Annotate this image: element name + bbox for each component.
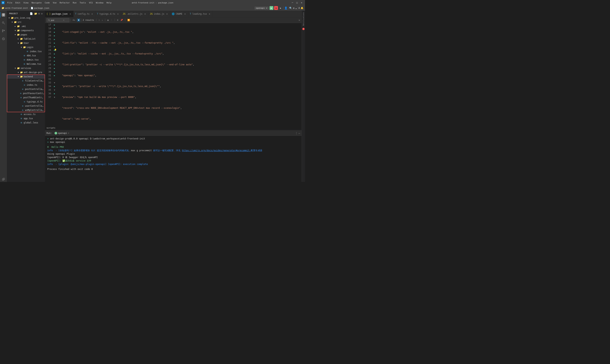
run-line-arrow[interactable]: ▶	[54, 71, 55, 73]
project-breadcrumb[interactable]: 📁 antd-frontend-init › 📄 package.json	[1, 7, 49, 9]
menu-code[interactable]: Code	[43, 1, 51, 4]
tree-item-welcome[interactable]: ⊞ Welcome.tsx	[7, 62, 45, 66]
run-line-arrow[interactable]: ▶	[54, 64, 55, 66]
code-editor[interactable]: "lint-staged:js": "eslint --ext .js,.jsx…	[56, 23, 302, 126]
menu-tools[interactable]: Tools	[79, 1, 87, 4]
tab-close-button[interactable]: ✕	[144, 12, 147, 15]
tree-item-admin[interactable]: ⊞ Admin.tsx	[7, 58, 45, 62]
tab-cname[interactable]: 🌐 CNAME ✕	[170, 11, 188, 17]
debug-button[interactable]: 🐞	[274, 6, 278, 10]
tree-item-postfavour[interactable]: ≡ postFavourController.ts	[7, 91, 45, 95]
show-in-editor-button[interactable]: ≣	[116, 18, 119, 22]
settings-icon-btn[interactable]: ⚙	[293, 7, 295, 10]
tree-item-404[interactable]: ⊞ 404.tsx	[7, 53, 45, 58]
tab-close-button[interactable]: ✕	[91, 12, 94, 15]
tab-config-ts[interactable]: T config.ts ✕	[74, 11, 95, 17]
fold-arrow[interactable]: ▼	[54, 96, 55, 98]
menu-help[interactable]: Help	[105, 1, 113, 4]
tab-close-button[interactable]: ✕	[208, 12, 211, 15]
editor-scroll[interactable]: 17 18 19 20 21 22 23 24 25 26 27 28 29 3…	[45, 23, 302, 126]
menu-view[interactable]: View	[22, 1, 30, 4]
tree-item-wxmp[interactable]: ≡ wxMpController.ts	[7, 108, 45, 112]
tab-index-js[interactable]: JS index.js ✕	[148, 11, 170, 17]
notifications-icon-btn[interactable]: 🔔	[301, 7, 303, 9]
filter-button[interactable]: ▣	[107, 18, 109, 22]
tree-item-components[interactable]: ▼ 📁 components	[7, 28, 45, 33]
run-line-arrow[interactable]: ▶	[54, 35, 55, 37]
activity-git[interactable]	[0, 27, 7, 34]
run-tab-openapi[interactable]: openapi ✕	[53, 131, 70, 135]
translate-icon-btn[interactable]: A	[298, 7, 300, 9]
run-line-arrow[interactable]: ▶	[54, 53, 55, 55]
match-case-button[interactable]: Aa	[72, 18, 76, 22]
activity-extensions[interactable]	[0, 176, 7, 182]
close-button[interactable]: ✕	[300, 1, 303, 4]
tab-loading[interactable]: T loading.tsx ✕	[188, 11, 213, 17]
tab-close-button[interactable]: ✕	[69, 12, 72, 15]
menu-edit[interactable]: Edit	[14, 1, 22, 4]
tree-item-postthumb[interactable]: ≡ postThumbController.ts	[7, 95, 45, 100]
tree-item-umi[interactable]: ▶ 📁 .umi	[7, 24, 45, 28]
search-input[interactable]	[51, 19, 62, 21]
run-line-arrow[interactable]: ▶	[54, 92, 55, 95]
tab-close-button[interactable]: ✕	[184, 12, 187, 15]
tree-item-services[interactable]: ▼ 📁 services	[7, 66, 45, 70]
menu-vcs[interactable]: VCS	[88, 1, 94, 4]
menu-file[interactable]: File	[6, 1, 14, 4]
tree-item-usercontroller[interactable]: ≡ userController.ts	[7, 104, 45, 108]
tree-item-access[interactable]: ⊞ access.ts	[7, 112, 45, 116]
run-button[interactable]: ▶	[270, 6, 273, 10]
tree-item-typings[interactable]: ≡ typings.d.ts	[7, 100, 45, 104]
fold-arrow[interactable]: ▼	[54, 82, 55, 84]
cloud-icon-btn[interactable]: ☁	[295, 7, 297, 10]
whole-word-button[interactable]: W	[77, 18, 80, 22]
tree-item-app[interactable]: ⊞ app.tsx	[7, 116, 45, 121]
run-line-arrow[interactable]: ▶	[54, 56, 55, 58]
tree-item-pages[interactable]: ▼ 📁 pages	[7, 33, 45, 37]
maximize-button[interactable]: □	[295, 1, 299, 4]
activity-search[interactable]	[0, 19, 7, 26]
run-line-arrow[interactable]: ▶	[54, 46, 55, 48]
tree-item-global[interactable]: ⊞ global.less	[7, 121, 45, 125]
menu-run[interactable]: Run	[72, 1, 78, 4]
run-line-arrow[interactable]: ▶	[54, 24, 55, 26]
tab-close-button[interactable]: ✕	[165, 12, 168, 15]
filter-results-button[interactable]: 🔽	[127, 18, 131, 22]
tree-item-index-tsx[interactable]: ⊞ index.tsx	[7, 49, 45, 53]
run-line-arrow[interactable]: ▶	[54, 31, 55, 33]
run-line-arrow[interactable]: ▶	[54, 27, 55, 29]
profile-button[interactable]: ▶	[279, 6, 283, 10]
tree-item-tablelist[interactable]: ▶ 📁 TableList	[7, 37, 45, 41]
run-line-arrow[interactable]: ▶	[54, 75, 55, 77]
run-panel-settings[interactable]: ⋮	[295, 132, 298, 135]
run-line-arrow[interactable]: ▶	[54, 42, 55, 44]
run-line-arrow[interactable]: ▶	[54, 38, 55, 40]
tree-item-src[interactable]: ▼ 📁 src	[7, 20, 45, 24]
terminal-link[interactable]: https://umijs.org/docs/guides/generator#…	[182, 149, 251, 152]
tree-item-root[interactable]: ▼ 📁 pro_icon.svg	[7, 16, 45, 20]
minimize-button[interactable]: ─	[290, 1, 294, 4]
new-file-icon[interactable]: 📄	[30, 12, 33, 15]
run-tab-close[interactable]: ✕	[68, 132, 69, 134]
search-icon-btn[interactable]: 🔍	[289, 7, 292, 10]
activity-debug[interactable]	[0, 35, 7, 42]
run-panel-minimize[interactable]: —	[298, 132, 300, 135]
activity-explorer[interactable]	[0, 12, 7, 18]
fold-arrow[interactable]: ▼	[54, 89, 55, 91]
new-folder-icon[interactable]: 📁	[34, 12, 37, 15]
next-result-button[interactable]: ↓	[101, 18, 104, 22]
close-search-button[interactable]: ✕	[298, 19, 300, 22]
run-config-button[interactable]: openapi ▾	[255, 6, 269, 10]
run-line-arrow[interactable]: ▶	[54, 60, 55, 62]
tree-item-login[interactable]: ▼ 📁 Login	[7, 45, 45, 49]
prev-result-button[interactable]: ↑	[98, 18, 101, 22]
tree-item-filecontroller[interactable]: ≡ fileController.ts	[7, 79, 45, 83]
tree-item-user[interactable]: ▼ 📁 User	[7, 41, 45, 45]
notifications-label[interactable]: Notifications	[302, 12, 304, 26]
breadcrumb-scripts[interactable]: scripts	[46, 127, 55, 129]
tree-item-index-ts[interactable]: ≡ index.ts	[7, 83, 45, 87]
collapse-all-icon[interactable]: ⊟	[38, 12, 40, 15]
notification-badge[interactable]: !	[302, 28, 305, 30]
tree-item-ant-design-pro[interactable]: ▼ 📁 ant-design-pro	[7, 70, 45, 75]
tab-package-json[interactable]: { } package.json ✕	[45, 11, 74, 17]
